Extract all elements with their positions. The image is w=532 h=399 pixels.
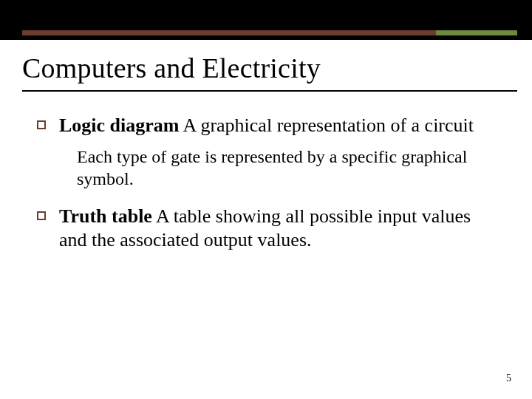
bullet-text: Truth table A table showing all possible… [59, 205, 488, 253]
bullet-text: Logic diagram A graphical representation… [59, 114, 474, 138]
page-number: 5 [506, 372, 511, 384]
slide-title: Computers and Electricity [22, 52, 517, 84]
title-underline [22, 90, 517, 92]
body-area: Logic diagram A graphical representation… [37, 114, 488, 257]
term: Truth table [59, 205, 152, 227]
bullet-item: Logic diagram A graphical representation… [37, 114, 488, 138]
sub-bullet-text: Each type of gate is represented by a sp… [77, 146, 488, 190]
bullet-item: Truth table A table showing all possible… [37, 205, 488, 253]
bullet-icon [37, 120, 46, 129]
term: Logic diagram [59, 115, 180, 136]
decorative-stripe [22, 30, 517, 35]
stripe-green [436, 30, 517, 35]
definition: A graphical representation of a circuit [180, 115, 474, 136]
bullet-icon [37, 211, 46, 220]
title-area: Computers and Electricity [22, 52, 517, 92]
stripe-brown [22, 30, 436, 35]
slide: Computers and Electricity Logic diagram … [0, 0, 532, 399]
